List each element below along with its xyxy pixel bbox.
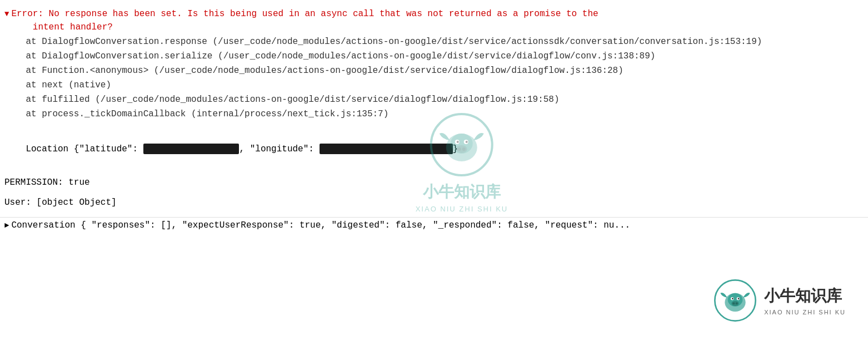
- svg-point-13: [731, 297, 734, 300]
- stack-line-2: at DialogflowConversation.serialize (/us…: [0, 49, 868, 63]
- error-line: ▼ Error: No response has been set. Is th…: [0, 7, 868, 34]
- location-comma: , "longitude":: [239, 144, 319, 154]
- location-label: Location {"latitude":: [26, 144, 143, 154]
- svg-point-19: [736, 302, 738, 304]
- stack-line-1: at DialogflowConversation.response (/use…: [0, 34, 868, 49]
- permission-line: PERMISSION: true: [0, 175, 868, 190]
- location-line: Location {"latitude": , "longitude": }: [0, 128, 868, 170]
- longitude-value: [320, 144, 453, 154]
- stack-line-6: at process._tickDomainCallback (internal…: [0, 107, 868, 121]
- br-watermark-en: XIAO NIU ZHI SHI KU: [764, 308, 846, 317]
- br-watermark: 小牛知识库 XIAO NIU ZHI SHI KU: [713, 278, 846, 323]
- stack-line-3: at Function.<anonymous> (/user_code/node…: [0, 63, 868, 78]
- latitude-value: [143, 144, 240, 154]
- stack-line-5: at fulfilled (/user_code/node_modules/ac…: [0, 92, 868, 107]
- conversation-text: Conversation { "responses": [], "expectU…: [11, 219, 630, 232]
- error-message: Error: No response has been set. Is this…: [11, 7, 598, 34]
- console-container: ▼ Error: No response has been set. Is th…: [0, 0, 868, 345]
- svg-point-15: [732, 298, 734, 299]
- separator-4: [0, 210, 868, 215]
- svg-point-10: [715, 280, 756, 321]
- error-block: ▼ Error: No response has been set. Is th…: [0, 4, 868, 124]
- user-line: User: [object Object]: [0, 195, 868, 210]
- br-watermark-text: 小牛知识库 XIAO NIU ZHI SHI KU: [764, 284, 846, 317]
- svg-point-11: [725, 293, 746, 312]
- svg-point-16: [738, 298, 740, 299]
- svg-point-14: [737, 297, 740, 300]
- separator-2: [0, 170, 868, 175]
- collapse-triangle-icon[interactable]: ▼: [4, 8, 9, 20]
- svg-point-18: [733, 302, 735, 304]
- svg-point-17: [732, 301, 739, 306]
- location-end: }: [453, 144, 458, 154]
- svg-point-12: [728, 293, 743, 307]
- separator-3: [0, 190, 868, 195]
- br-watermark-cn: 小牛知识库: [764, 284, 846, 308]
- separator-1: [0, 124, 868, 128]
- expand-triangle-icon[interactable]: ►: [4, 220, 9, 231]
- conversation-line: ► Conversation { "responses": [], "expec…: [0, 217, 868, 233]
- br-watermark-logo: [713, 278, 757, 323]
- stack-line-4: at next (native): [0, 78, 868, 92]
